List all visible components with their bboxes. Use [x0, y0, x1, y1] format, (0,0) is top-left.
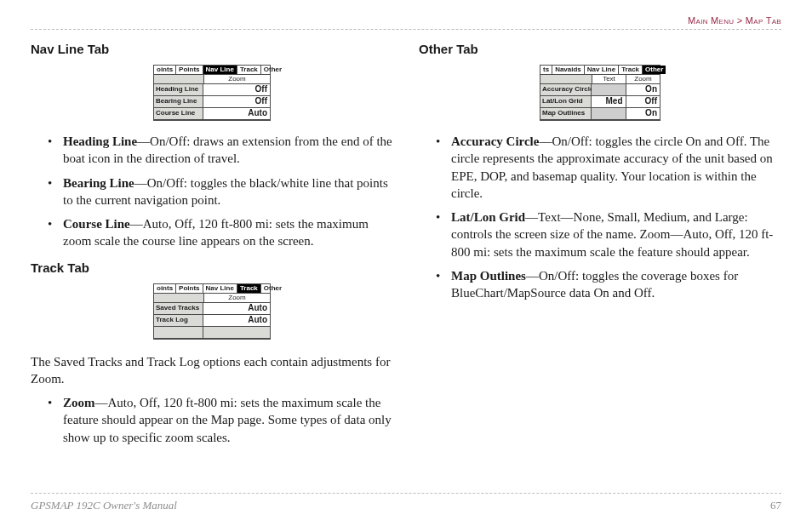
device-cell[interactable]: On [626, 108, 660, 119]
nav-line-heading: Nav Line Tab [31, 42, 393, 56]
device-row: Map OutlinesOn [540, 108, 660, 120]
track-device: ointsPointsNav LineTrackOtherZoomSaved T… [153, 283, 271, 340]
footer-page-number: 67 [770, 499, 781, 512]
device-cell[interactable]: Auto [203, 303, 270, 314]
header-rule [31, 29, 781, 30]
other-bullets: Accuracy Circle—On/Off: toggles the circ… [419, 133, 781, 301]
device-tab[interactable]: Other [261, 284, 284, 293]
device-row: Track LogAuto [154, 315, 270, 327]
device-cell[interactable]: Med [592, 96, 626, 107]
device-row: Accuracy CircleOn [540, 84, 660, 96]
device-tab[interactable]: ts [540, 66, 552, 74]
nav-line-figure: ointsPointsNav LineTrackOtherZoomHeading… [31, 65, 393, 121]
bullet-desc: —Auto, Off, 120 ft-800 mi: sets the maxi… [63, 396, 392, 444]
other-device: tsNavaidsNav LineTrackOtherTextZoomAccur… [540, 65, 660, 121]
bullet-item: Accuracy Circle—On/Off: toggles the circ… [451, 133, 781, 202]
device-row [154, 327, 270, 339]
device-tabs: ointsPointsNav LineTrackOther [154, 284, 270, 294]
left-column: Nav Line Tab ointsPointsNav LineTrackOth… [31, 42, 393, 456]
device-cell[interactable]: Auto [203, 315, 270, 326]
device-tab[interactable]: Track [237, 284, 261, 293]
bullet-item: Lat/Lon Grid—Text—None, Small, Medium, a… [451, 209, 781, 260]
bullet-item: Course Line—Auto, Off, 120 ft-800 mi: se… [63, 215, 393, 250]
device-row-label: Course Line [154, 108, 203, 119]
device-row-label: Heading Line [154, 84, 203, 95]
bullet-term: Bearing Line [63, 176, 134, 190]
nav-line-device: ointsPointsNav LineTrackOtherZoomHeading… [153, 65, 271, 121]
device-cell[interactable] [592, 84, 626, 95]
device-subheads: TextZoom [540, 75, 660, 84]
bullet-item: Zoom—Auto, Off, 120 ft-800 mi: sets the … [63, 394, 393, 446]
device-cell[interactable]: On [626, 84, 660, 95]
device-tab[interactable]: Track [237, 66, 261, 74]
device-cell[interactable] [203, 327, 270, 338]
device-tab[interactable]: Points [176, 66, 203, 74]
device-row: Course LineAuto [154, 108, 270, 120]
device-tab[interactable]: Points [176, 284, 203, 293]
device-cell[interactable]: Off [203, 96, 270, 107]
device-tab[interactable]: Nav Line [585, 66, 619, 74]
nav-line-bullets: Heading Line—On/Off: draws an extension … [31, 133, 393, 250]
device-cell[interactable]: Auto [203, 108, 270, 119]
bullet-term: Accuracy Circle [451, 134, 539, 148]
other-figure: tsNavaidsNav LineTrackOtherTextZoomAccur… [419, 65, 781, 121]
bullet-term: Map Outlines [451, 269, 526, 283]
right-column: Other Tab tsNavaidsNav LineTrackOtherTex… [419, 42, 781, 456]
device-row: Heading LineOff [154, 84, 270, 96]
device-cell[interactable]: Off [626, 96, 660, 107]
device-row: Saved TracksAuto [154, 303, 270, 315]
device-subheads: Zoom [154, 75, 270, 84]
bullet-item: Map Outlines—On/Off: toggles the coverag… [451, 267, 781, 302]
device-subhead: Zoom [626, 75, 660, 83]
device-row-label: Saved Tracks [154, 303, 203, 314]
device-subhead: Zoom [204, 294, 270, 302]
bullet-term: Zoom [63, 396, 95, 409]
device-subhead: Zoom [204, 75, 270, 83]
footer: GPSMAP 192C Owner's Manual 67 [31, 493, 781, 512]
device-tab[interactable]: Nav Line [203, 66, 237, 74]
track-body: The Saved Tracks and Track Log options e… [31, 353, 393, 388]
track-bullets: Zoom—Auto, Off, 120 ft-800 mi: sets the … [31, 394, 393, 446]
device-cell[interactable] [592, 108, 626, 119]
device-row-label: Bearing Line [154, 96, 203, 107]
page: Main Menu > Map Tab Nav Line Tab ointsPo… [0, 0, 812, 526]
device-row: Bearing LineOff [154, 96, 270, 108]
device-tab[interactable]: Other [643, 66, 666, 74]
track-heading: Track Tab [31, 260, 393, 275]
device-row-label [154, 327, 203, 338]
device-tabs: tsNavaidsNav LineTrackOther [540, 66, 660, 75]
bullet-term: Course Line [63, 217, 130, 231]
breadcrumb: Main Menu > Map Tab [31, 15, 781, 29]
device-row-label: Lat/Lon Grid [540, 96, 592, 107]
device-row-label: Track Log [154, 315, 203, 326]
device-row-label: Map Outlines [540, 108, 592, 119]
content-columns: Nav Line Tab ointsPointsNav LineTrackOth… [31, 42, 781, 456]
device-cell[interactable]: Off [203, 84, 270, 95]
device-tab[interactable]: oints [154, 66, 176, 74]
device-tab[interactable]: Navaids [552, 66, 585, 74]
bullet-term: Lat/Lon Grid [451, 210, 525, 224]
device-row: Lat/Lon GridMedOff [540, 96, 660, 108]
device-tab[interactable]: Other [261, 66, 284, 74]
device-tab[interactable]: Nav Line [203, 284, 237, 293]
breadcrumb-text: Main Menu > Map Tab [688, 15, 781, 26]
device-subhead: Text [592, 75, 626, 83]
footer-manual-title: GPSMAP 192C Owner's Manual [31, 499, 177, 512]
device-tab[interactable]: oints [154, 284, 176, 293]
track-figure: ointsPointsNav LineTrackOtherZoomSaved T… [31, 283, 393, 341]
bullet-item: Heading Line—On/Off: draws an extension … [63, 133, 393, 168]
other-heading: Other Tab [419, 42, 781, 56]
bullet-item: Bearing Line—On/Off: toggles the black/w… [63, 174, 393, 209]
device-tabs: ointsPointsNav LineTrackOther [154, 66, 270, 75]
device-tab[interactable]: Track [619, 66, 643, 74]
device-row-label: Accuracy Circle [540, 84, 592, 95]
bullet-term: Heading Line [63, 134, 137, 148]
device-subheads: Zoom [154, 294, 270, 303]
